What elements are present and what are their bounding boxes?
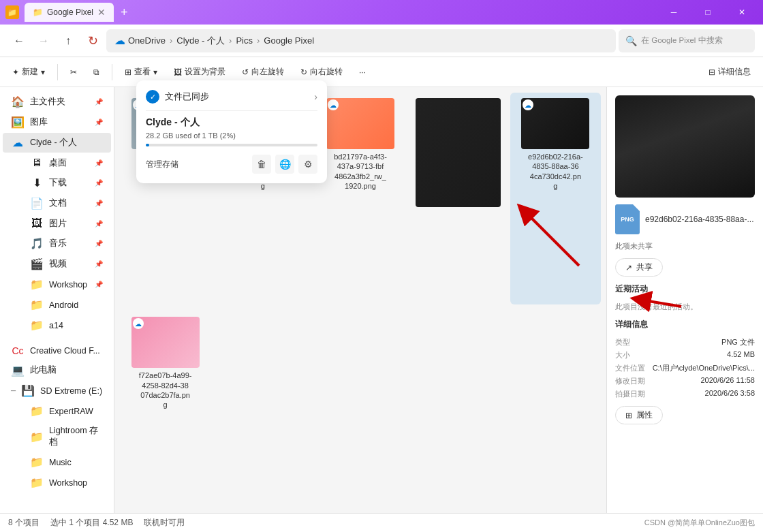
- breadcrumb-pics[interactable]: Pics: [236, 35, 253, 46]
- sidebar-item-creative-cloud[interactable]: Cc Creative Cloud F...: [3, 342, 111, 360]
- file-item-5[interactable]: ☁ f72ae07b-4a99-4258-82d4-3807dac2b7fa.p…: [120, 311, 211, 507]
- details-panel: PNG e92d6b02-216a-4835-88aa-... 此项未共享 ↗ …: [606, 87, 763, 513]
- wallpaper-label: 设置为背景: [185, 66, 225, 78]
- od-trash-button[interactable]: 🗑: [252, 155, 271, 174]
- sidebar-item-sd-expand[interactable]: ─ 💾 SD Extreme (E:): [3, 381, 111, 401]
- properties-button[interactable]: ⊞ 属性: [615, 406, 663, 424]
- breadcrumb-sep-2: ›: [229, 35, 232, 46]
- od-storage: 28.2 GB used of 1 TB (2%): [146, 131, 317, 140]
- minimize-button[interactable]: ─: [658, 3, 689, 22]
- sidebar-label-this-pc: 此电脑: [30, 364, 57, 376]
- rotate-right-icon: ↻: [300, 67, 307, 77]
- view-button[interactable]: ⊞ 查看 ▾: [118, 63, 164, 80]
- more-button[interactable]: ···: [352, 65, 373, 80]
- details-button[interactable]: ⊟ 详细信息: [702, 63, 758, 80]
- file-name-3: bd21797a-a4f3-437a-9713-fbf4862a3fb2_rw_…: [334, 152, 387, 191]
- sidebar-item-videos[interactable]: 🎬 视频 📌: [22, 254, 111, 274]
- sidebar-spacer: [0, 336, 114, 341]
- wallpaper-button[interactable]: 🖼 设置为背景: [167, 63, 232, 80]
- share-button[interactable]: ↗ 共享: [615, 258, 663, 277]
- active-tab[interactable]: 📁 Google Pixel ✕: [25, 3, 114, 22]
- new-tab-button[interactable]: +: [116, 5, 132, 20]
- sidebar-item-workshop[interactable]: 📁 Workshop 📌: [22, 275, 111, 294]
- file-item-4[interactable]: ☁ e92d6b02-216a-4835-88aa-364ca730dc42.p…: [510, 93, 601, 304]
- sidebar-item-expertraw[interactable]: 📁 ExpertRAW: [22, 401, 111, 421]
- sidebar-item-pictures[interactable]: 🖼 图片 📌: [22, 214, 111, 233]
- rotate-left-button[interactable]: ↺ 向左旋转: [235, 63, 291, 80]
- no-activity-text: 此项目没有最近的活动。: [615, 302, 755, 312]
- sidebar-item-documents[interactable]: 📄 文档 📌: [22, 193, 111, 213]
- details-icon: ⊟: [708, 67, 715, 77]
- sidebar-item-music[interactable]: 🎵 音乐 📌: [22, 234, 111, 253]
- onedrive-badge-5: ☁: [133, 318, 144, 329]
- sidebar-item-desktop[interactable]: 🖥 桌面 📌: [22, 153, 111, 172]
- size-label: 大小: [615, 350, 645, 360]
- breadcrumb-sep-1: ›: [170, 35, 172, 46]
- file-item-large-preview[interactable]: [413, 93, 503, 304]
- downloads-icon: ⬇: [30, 176, 44, 189]
- back-button[interactable]: ←: [8, 30, 30, 52]
- pin-icon-downloads: 📌: [95, 179, 103, 187]
- sidebar-item-clyde[interactable]: ☁ Clyde - 个人: [3, 133, 111, 153]
- breadcrumb-clyde[interactable]: Clyde - 个人: [176, 35, 225, 47]
- details-file-row: PNG e92d6b02-216a-4835-88aa-...: [615, 204, 755, 234]
- file-type-icon: PNG: [615, 204, 640, 234]
- sidebar-item-workshop-sd[interactable]: 📁 Workshop: [22, 473, 111, 492]
- new-icon: ✦: [12, 67, 19, 77]
- pictures-icon: 🖼: [30, 217, 44, 230]
- sidebar-item-this-pc[interactable]: 💻 此电脑: [3, 360, 111, 380]
- sidebar-item-gallery[interactable]: 🖼️ 图库 📌: [3, 112, 111, 132]
- od-arrow: ›: [314, 91, 317, 102]
- path-value: C:\用户\clyde\OneDrive\Pics\...: [651, 363, 755, 373]
- od-sync-icon: ✓: [146, 90, 159, 104]
- od-progress-bar: [146, 144, 317, 146]
- od-globe-button[interactable]: 🌐: [275, 155, 294, 174]
- sidebar-label-music: 音乐: [49, 238, 67, 249]
- file-item-3[interactable]: ☁ bd21797a-a4f3-437a-9713-fbf4862a3fb2_r…: [315, 93, 405, 304]
- rotate-left-label: 向左旋转: [251, 66, 284, 78]
- search-box[interactable]: 🔍 在 Google Pixel 中搜索: [619, 29, 755, 52]
- sidebar-item-music-sd[interactable]: 📁 Music: [22, 452, 111, 472]
- expand-icon-sd: ─: [11, 387, 16, 394]
- forward-button[interactable]: →: [33, 30, 54, 52]
- wallpaper-icon: 🖼: [174, 67, 182, 77]
- breadcrumb-googlepixel[interactable]: Google Pixel: [264, 35, 314, 46]
- sd-sub-items: 📁 ExpertRAW 📁 Lightroom 存档 📁 Music 📁 Wor…: [0, 401, 114, 492]
- recent-activity-title: 近期活动: [615, 283, 755, 295]
- breadcrumb[interactable]: ☁ OneDrive › Clyde - 个人 › Pics › Google …: [106, 29, 616, 52]
- sidebar-item-android[interactable]: 📁 Android: [22, 295, 111, 315]
- sidebar-label-home: 主文件夹: [30, 96, 65, 108]
- toolbar-separator-1: [57, 64, 58, 80]
- music-sd-icon: 📁: [30, 456, 44, 469]
- sidebar-item-a14[interactable]: 📁 a14: [22, 315, 111, 335]
- pin-icon-workshop: 📌: [95, 281, 103, 288]
- details-preview: [615, 95, 755, 198]
- pc-icon: 💻: [11, 364, 25, 377]
- close-button[interactable]: ✕: [726, 3, 758, 22]
- breadcrumb-onedrive[interactable]: OneDrive: [128, 35, 166, 46]
- refresh-button[interactable]: ↻: [82, 30, 104, 52]
- gallery-icon: 🖼️: [11, 116, 25, 129]
- sidebar-label-pictures: 图片: [49, 218, 67, 230]
- onedrive-badge-3: ☁: [328, 99, 339, 110]
- od-settings-button[interactable]: ⚙: [298, 155, 317, 174]
- sidebar-label-documents: 文档: [49, 198, 67, 209]
- lightroom-icon: 📁: [30, 431, 44, 443]
- new-button[interactable]: ✦ 新建 ▾: [5, 63, 52, 80]
- sidebar-item-home[interactable]: 🏠 主文件夹 📌: [3, 92, 111, 112]
- copy-button[interactable]: ⧉: [87, 65, 106, 80]
- od-manage-label[interactable]: 管理存储: [146, 159, 248, 170]
- sidebar-item-lightroom[interactable]: 📁 Lightroom 存档: [22, 422, 111, 452]
- documents-icon: 📄: [30, 197, 44, 210]
- up-button[interactable]: ↑: [57, 30, 79, 52]
- type-label: 类型: [615, 337, 645, 347]
- rotate-right-button[interactable]: ↻ 向右旋转: [294, 63, 349, 80]
- onedrive-icon: ☁: [114, 34, 125, 47]
- tab-close-button[interactable]: ✕: [97, 7, 106, 18]
- sidebar-item-downloads[interactable]: ⬇ 下载 📌: [22, 173, 111, 193]
- cut-button[interactable]: ✂: [63, 65, 84, 80]
- maximize-button[interactable]: □: [692, 3, 723, 22]
- od-account-name: Clyde - 个人: [146, 116, 317, 129]
- app-icon: 📁: [5, 5, 19, 19]
- pin-icon-desktop: 📌: [95, 159, 103, 167]
